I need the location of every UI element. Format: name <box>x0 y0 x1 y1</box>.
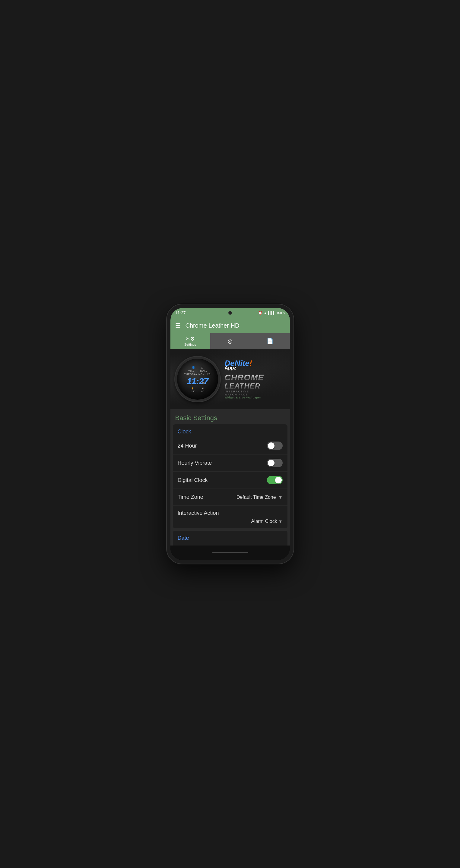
watch-24h-label: 24 <box>189 380 191 382</box>
interactive-action-dropdown[interactable]: Alarm Clock ▼ <box>178 519 283 524</box>
setting-row-interactive-action: Interactive Action Alarm Clock ▼ <box>173 505 287 528</box>
nav-indicator <box>212 552 248 553</box>
chrome-brand: CHROME LEATHER Interactive Watch Face Wi… <box>225 373 285 399</box>
label-24hour: 24 Hour <box>178 443 197 449</box>
watch-face: 👤 □ 72% 100% Tuesday Nov., 26 24 11:27 <box>175 357 220 401</box>
watch-battery-icon: □ <box>201 366 203 369</box>
scroll-content[interactable]: 👤 □ 72% 100% Tuesday Nov., 26 24 11:27 <box>170 349 290 546</box>
toggle-24hour[interactable] <box>267 441 283 450</box>
watch-am-label: AM <box>201 381 205 384</box>
denite-brand: DeNite! Appz <box>225 359 285 371</box>
toggle-digital-clock[interactable] <box>267 476 283 484</box>
tab-settings[interactable]: ✂⚙ Settings <box>170 333 210 349</box>
signal-icon: ▌▌▌ <box>268 311 275 315</box>
timezone-dropdown-arrow: ▼ <box>279 495 283 500</box>
app-toolbar: ☰ Chrome Leather HD <box>170 318 290 333</box>
tab-watch[interactable]: ◎ <box>210 333 250 349</box>
interactive-action-value: Alarm Clock <box>251 519 277 524</box>
date-settings-card: Date Current Date Date Format Tuesday No… <box>173 531 287 546</box>
battery-status: 100% <box>276 311 285 315</box>
phone-frame: 11:27 ⏰ ▲ ▌▌▌ 100% ☰ Chrome Leather HD ✂… <box>167 304 293 564</box>
camera <box>228 311 232 315</box>
watch-steps-icon: 👤 <box>192 366 195 369</box>
appz-brand: Appz <box>225 365 285 371</box>
tab-list[interactable]: 📄 <box>250 333 290 349</box>
toggle-thumb-digital-clock <box>275 477 282 484</box>
hamburger-menu-button[interactable]: ☰ <box>175 322 181 329</box>
widget-text: Widget & Live Wallpaper <box>225 396 285 399</box>
watch-date: Tuesday Nov., 26 <box>184 373 210 375</box>
status-time: 11:27 <box>175 310 186 315</box>
watch-top-row: 👤 □ <box>192 366 203 369</box>
app-title: Chrome Leather HD <box>185 322 239 329</box>
brand-area: DeNite! Appz CHROME LEATHER Interactive … <box>225 359 285 399</box>
watch-time-row: 24 11:27 AM <box>187 376 208 386</box>
watch-pct-row: 72% 100% <box>188 370 207 373</box>
basic-settings-heading: Basic Settings <box>170 409 290 424</box>
label-timezone: Time Zone <box>178 494 203 500</box>
date-section-label: Date <box>173 531 287 544</box>
phone-screen: 11:27 ⏰ ▲ ▌▌▌ 100% ☰ Chrome Leather HD ✂… <box>170 308 290 560</box>
setting-row-digital-clock: Digital Clock <box>173 471 287 489</box>
toggle-thumb-24hour <box>268 442 275 449</box>
clock-settings-card: Clock 24 Hour Hourly Vibrate <box>173 424 287 528</box>
alarm-icon: ⏰ <box>258 311 262 315</box>
setting-row-current-date: Current Date <box>173 544 287 546</box>
timezone-dropdown[interactable]: Default Time Zone ▼ <box>236 495 283 500</box>
setting-row-hourly-vibrate: Hourly Vibrate <box>173 454 287 471</box>
interactive-action-arrow: ▼ <box>279 519 283 524</box>
tab-bar: ✂⚙ Settings ◎ 📄 <box>170 333 290 349</box>
leather-text: LEATHER <box>225 382 285 390</box>
toggle-thumb-hourly-vibrate <box>268 460 275 466</box>
wifi-icon: ▲ <box>264 311 267 315</box>
hero-section: 👤 □ 72% 100% Tuesday Nov., 26 24 11:27 <box>170 349 290 409</box>
watch-bottom-vals: 240 8° <box>191 390 204 393</box>
watch-bottom-icons: 🚶 ☀ <box>191 387 204 390</box>
clock-section-label: Clock <box>173 424 287 437</box>
status-icons: ⏰ ▲ ▌▌▌ 100% <box>258 311 285 315</box>
watch-face-wrapper: 👤 □ 72% 100% Tuesday Nov., 26 24 11:27 <box>175 357 220 401</box>
walk-icon: 🚶 <box>191 387 194 390</box>
label-interactive-action: Interactive Action <box>178 510 283 516</box>
setting-row-timezone: Time Zone Default Time Zone ▼ <box>173 489 287 505</box>
interactive-text: Interactive Watch Face <box>225 390 285 396</box>
watch-tab-icon: ◎ <box>228 338 233 344</box>
label-hourly-vibrate: Hourly Vibrate <box>178 460 212 466</box>
chrome-text: CHROME <box>225 373 285 382</box>
settings-tab-icon: ✂⚙ <box>185 336 195 342</box>
timezone-value: Default Time Zone <box>236 495 276 500</box>
label-digital-clock: Digital Clock <box>178 477 208 484</box>
toggle-hourly-vibrate[interactable] <box>267 459 283 467</box>
tab-settings-label: Settings <box>184 343 196 346</box>
sun-icon: ☀ <box>201 387 204 390</box>
list-tab-icon: 📄 <box>267 338 273 344</box>
setting-row-24hour: 24 Hour <box>173 437 287 454</box>
bottom-nav <box>170 546 290 560</box>
